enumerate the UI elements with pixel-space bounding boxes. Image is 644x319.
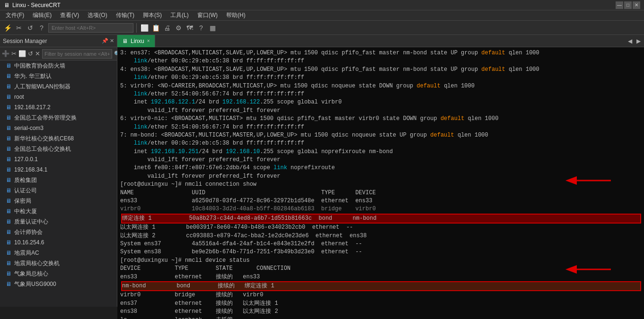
menu-script[interactable]: 脚本(S): [139, 10, 166, 20]
terminal-line: ens33 a6250d78-03fd-4772-8c96-32972b1d54…: [120, 197, 641, 205]
session-list-item[interactable]: 🖥人工智能WLAN控制器: [0, 81, 117, 92]
session-list-item[interactable]: 🖥中国教育协会防火墙: [0, 60, 117, 71]
session-item-icon: 🖥: [6, 135, 11, 142]
session-item-label: 全国总工会带外管理交换: [14, 114, 77, 122]
settings-icon[interactable]: ⚙: [174, 23, 183, 33]
session-filter-input[interactable]: [42, 49, 112, 59]
session-list-item[interactable]: 🖥会计师协会: [0, 227, 117, 237]
tab-prev-icon[interactable]: ◀: [626, 37, 634, 45]
main-layout: Session Manager 📌 ✕ ➕ ✂ ⬜ ↺ ✕ 🔍 🖥中国教育协会防…: [0, 35, 644, 307]
session-list-item[interactable]: 🖥192.168.34.1: [0, 164, 117, 175]
terminal-line: 5: virbr0: <NO-CARRIER,BROADCAST,MULTICA…: [120, 82, 641, 90]
session-item-label: serial-com3: [14, 125, 44, 131]
session-list-item[interactable]: 🖥root: [0, 92, 117, 102]
tab-next-icon[interactable]: ▶: [635, 37, 642, 45]
session-item-icon: 🖥: [6, 73, 11, 79]
grid-icon[interactable]: ▦: [208, 23, 217, 33]
session-item-label: 中国教育协会防火墙: [14, 62, 65, 70]
minimize-button[interactable]: —: [616, 1, 623, 9]
terminal-line: link/ether 00:0c:29:eb:c5:38 brd ff:ff:f…: [120, 74, 641, 82]
session-item-label: 质检集团: [14, 176, 37, 184]
session-list-item[interactable]: 🖥192.168.217.2: [0, 102, 117, 112]
session-item-icon: 🖥: [6, 62, 11, 69]
close-button[interactable]: ✕: [633, 1, 640, 9]
session-list-item[interactable]: 🖥地震局核心交换机: [0, 258, 117, 268]
menu-file[interactable]: 文件(F): [2, 10, 28, 20]
copy-icon[interactable]: ⬜: [140, 23, 149, 33]
session-item-icon: 🖥: [6, 281, 11, 287]
session-list-item[interactable]: 🖥新华社核心交换机CE68: [0, 133, 117, 144]
terminal-line: inet 192.168.122.1/24 brd 192.168.122.25…: [120, 98, 641, 106]
session-item-label: root: [14, 94, 24, 100]
map-icon[interactable]: 🗺: [185, 23, 194, 33]
session-list-item[interactable]: 🖥全国总工会核心交换机: [0, 144, 117, 154]
terminal-line: valid_lft forever preferred_lft forever: [120, 172, 641, 181]
copy-session-icon[interactable]: ⬜: [18, 50, 26, 58]
disconnect-icon[interactable]: ✂: [14, 23, 24, 33]
tab-bar: 🖥 Linxu × ◀ ▶: [117, 35, 644, 47]
session-list: 🖥中国教育协会防火墙🖥华为. 华三默认🖥人工智能WLAN控制器🖥root🖥192…: [0, 60, 117, 307]
session-list-item[interactable]: 🖥中检大厦: [0, 206, 117, 216]
host-input[interactable]: [48, 23, 133, 33]
maximize-button[interactable]: □: [624, 1, 632, 9]
session-item-icon: 🖥: [6, 125, 11, 131]
session-list-item[interactable]: 🖥地震局AC: [0, 248, 117, 258]
menu-window[interactable]: 窗口(W): [194, 10, 221, 20]
add-session-icon[interactable]: ➕: [2, 50, 9, 58]
session-panel: Session Manager 📌 ✕ ➕ ✂ ⬜ ↺ ✕ 🔍 🖥中国教育协会防…: [0, 35, 117, 307]
menu-view[interactable]: 查看(V): [56, 10, 83, 20]
session-list-item[interactable]: 🖥气象局总核心: [0, 268, 117, 279]
session-item-label: 192.168.34.1: [14, 166, 47, 173]
session-list-item[interactable]: 🖥127.0.0.1: [0, 154, 117, 164]
tab-linxu[interactable]: 🖥 Linxu ×: [117, 35, 155, 47]
terminal-line: 7: nm-bond: <BROADCAST,MULTICAST,MASTER,…: [120, 131, 641, 139]
menu-transfer[interactable]: 传输(T): [112, 10, 138, 20]
close-session-icon[interactable]: ✕: [35, 50, 40, 58]
menu-options[interactable]: 选项(O): [84, 10, 111, 20]
print-icon[interactable]: 🖨: [162, 23, 172, 33]
session-list-item[interactable]: 🖥华为. 华三默认: [0, 71, 117, 81]
session-item-label: 气象局总核心: [14, 270, 48, 278]
session-item-label: 10.16.254.6: [14, 239, 44, 246]
session-list-item[interactable]: 🖥气象局USG9000: [0, 279, 117, 289]
help-icon[interactable]: ?: [37, 23, 46, 33]
paste-icon[interactable]: 📋: [151, 23, 160, 33]
session-list-item[interactable]: 🖥serial-com3: [0, 123, 117, 133]
refresh-session-icon[interactable]: ↺: [28, 50, 33, 58]
session-item-icon: 🖥: [6, 187, 11, 194]
question-icon[interactable]: ?: [196, 23, 206, 33]
session-list-item[interactable]: 🖥保密局: [0, 196, 117, 206]
session-item-icon: 🖥: [6, 198, 11, 204]
session-item-icon: 🖥: [6, 146, 11, 152]
toolbar-divider: [136, 23, 137, 33]
session-list-item[interactable]: 🖥质量认证中心: [0, 216, 117, 227]
session-list-item[interactable]: 🖥质检集团: [0, 175, 117, 185]
session-item-label: 192.168.217.2: [14, 104, 51, 111]
session-list-item[interactable]: 🖥认证公司: [0, 185, 117, 196]
terminal-line: link/ether 52:54:00:56:67:74 brd ff:ff:f…: [120, 123, 641, 131]
terminal-line: System ens38 be9e2b6b-674b-771d-7251-f3b…: [120, 248, 641, 256]
terminal-line: virbr0 10c84803-3d2d-40a8-b5ff-802846ab6…: [120, 205, 641, 213]
terminal-line: virbr0 bridge 接续的 virbr0: [120, 291, 641, 299]
terminal-line: link/ether 52:54:00:56:67:74 brd ff:ff:f…: [120, 90, 641, 98]
menu-edit[interactable]: 编辑(E): [29, 10, 55, 20]
pin-icon[interactable]: 📌: [102, 38, 108, 44]
session-item-label: 全国总工会核心交换机: [14, 145, 71, 153]
delete-session-icon[interactable]: ✂: [11, 50, 17, 58]
terminal[interactable]: 3: ens37: <BROADCAST,MULTICAST,SLAVE,UP,…: [117, 47, 644, 319]
session-item-label: 质量认证中心: [14, 218, 48, 226]
new-session-icon[interactable]: ⚡: [3, 23, 12, 33]
reconnect-icon[interactable]: ↺: [26, 23, 35, 33]
tab-close-button[interactable]: ×: [147, 38, 150, 43]
terminal-line: valid_lft forever preferred_lft forever: [120, 156, 641, 164]
session-list-item[interactable]: 🖥10.16.254.6: [0, 237, 117, 248]
tab-label: Linxu: [131, 38, 144, 44]
tab-icon: 🖥: [122, 38, 128, 44]
session-item-icon: 🖥: [6, 229, 11, 235]
menu-tools[interactable]: 工具(L): [167, 10, 193, 20]
session-item-label: 中检大厦: [14, 207, 37, 216]
session-list-item[interactable]: 🖥全国总工会带外管理交换: [0, 112, 117, 123]
close-session-panel-icon[interactable]: ✕: [110, 38, 114, 44]
menu-help[interactable]: 帮助(H): [222, 10, 249, 20]
session-item-icon: 🖥: [6, 260, 11, 267]
